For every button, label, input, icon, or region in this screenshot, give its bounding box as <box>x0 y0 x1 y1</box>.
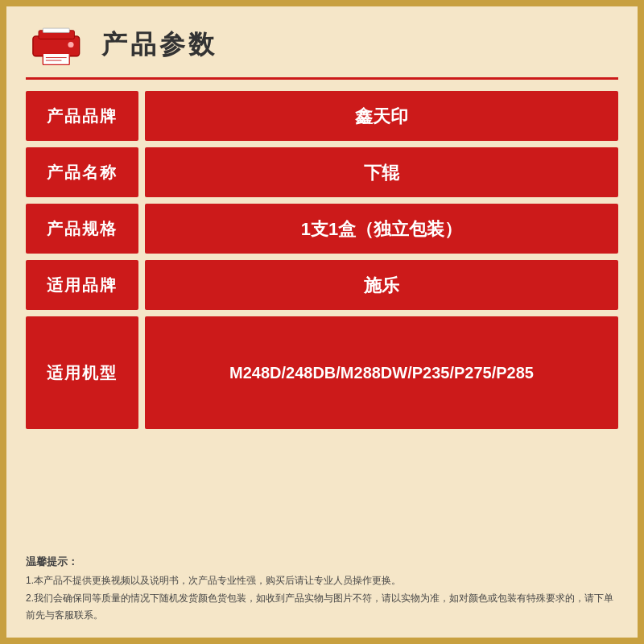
page-title: 产品参数 <box>101 27 217 63</box>
param-label-brand: 产品品牌 <box>26 91 138 141</box>
svg-point-5 <box>68 42 73 47</box>
header: 产品参数 <box>26 21 618 80</box>
param-row-model: 适用机型M248D/248DB/M288DW/P235/P275/P285 <box>26 316 618 429</box>
params-table: 产品品牌鑫天印产品名称下辊产品规格1支1盒（独立包装）适用品牌施乐适用机型M24… <box>26 91 618 543</box>
footer-line-1: 1.本产品不提供更换视频以及说明书，次产品专业性强，购买后请让专业人员操作更换。 <box>26 572 618 590</box>
param-label-name: 产品名称 <box>26 147 138 197</box>
param-value-brand: 鑫天印 <box>145 91 618 141</box>
printer-icon <box>26 21 90 69</box>
param-row-applicable-brand: 适用品牌施乐 <box>26 260 618 310</box>
footer-note: 温馨提示： 1.本产品不提供更换视频以及说明书，次产品专业性强，购买后请让专业人… <box>26 552 618 625</box>
param-value-name: 下辊 <box>145 147 618 197</box>
svg-rect-6 <box>43 28 69 32</box>
param-row-brand: 产品品牌鑫天印 <box>26 91 618 141</box>
param-label-spec: 产品规格 <box>26 204 138 254</box>
page-wrapper: 产品参数 产品品牌鑫天印产品名称下辊产品规格1支1盒（独立包装）适用品牌施乐适用… <box>0 0 644 644</box>
param-value-spec: 1支1盒（独立包装） <box>145 204 618 254</box>
footer-line-2: 2.我们会确保同等质量的情况下随机发货颜色货包装，如收到产品实物与图片不符，请以… <box>26 590 618 625</box>
param-row-spec: 产品规格1支1盒（独立包装） <box>26 204 618 254</box>
param-row-name: 产品名称下辊 <box>26 147 618 197</box>
param-label-applicable-brand: 适用品牌 <box>26 260 138 310</box>
svg-rect-2 <box>43 53 69 64</box>
footer-title: 温馨提示： <box>26 552 618 571</box>
param-value-applicable-brand: 施乐 <box>145 260 618 310</box>
param-label-model: 适用机型 <box>26 316 138 429</box>
param-value-model: M248D/248DB/M288DW/P235/P275/P285 <box>145 316 618 429</box>
